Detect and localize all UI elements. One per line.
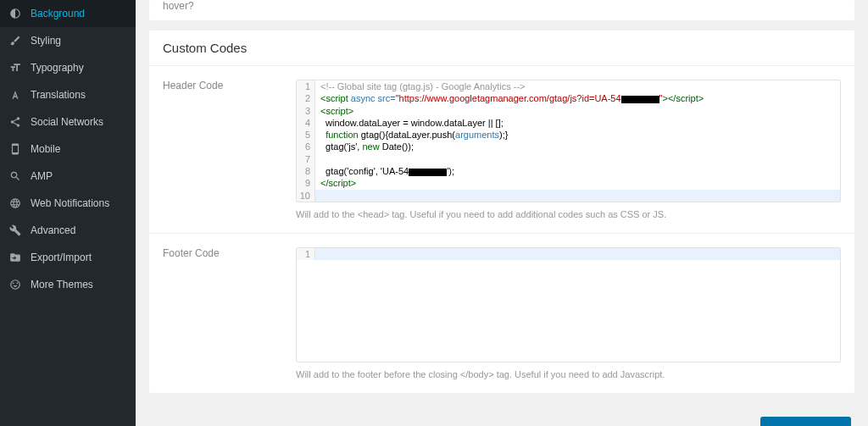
sidebar-item-label: Styling: [31, 35, 61, 47]
datalayer-line: window.dataLayer = window.dataLayer || […: [320, 118, 504, 128]
font-icon: [8, 61, 22, 75]
script-close: </script>: [320, 178, 356, 188]
hover-snippet-text: hover?: [163, 0, 194, 12]
func-kw: function: [326, 130, 359, 140]
sidebar-item-styling[interactable]: Styling: [0, 27, 136, 54]
letter-a-icon: [8, 88, 22, 102]
search-icon: [8, 169, 22, 183]
bottom-bar: ✔ Your Support Period is Active Save Cha…: [149, 410, 854, 426]
export-icon: [8, 251, 22, 264]
section-title: Custom Codes: [149, 30, 854, 66]
save-changes-button[interactable]: Save Changes: [760, 417, 851, 426]
footer-code-editor[interactable]: 1: [296, 247, 841, 362]
redacted-id-2: [409, 169, 447, 176]
globe-icon: [8, 196, 22, 210]
sidebar-item-label: AMP: [31, 170, 53, 182]
redacted-id: [621, 96, 659, 103]
sidebar: Background Styling Typography Translatio…: [0, 0, 136, 426]
wrench-icon: [8, 224, 22, 237]
footer-code-label: Footer Code: [163, 247, 286, 379]
script-open: <script>: [320, 106, 353, 116]
new-kw: new: [362, 141, 379, 152]
header-code-help: Will add to the <head> tag. Useful if yo…: [296, 209, 841, 219]
date-call: Date());: [380, 141, 414, 152]
sidebar-item-label: Typography: [31, 62, 84, 74]
brush-icon: [8, 34, 22, 47]
sidebar-item-export[interactable]: Export/Import: [0, 244, 136, 271]
sidebar-item-label: Translations: [31, 89, 86, 101]
code-comment: <!-- Global site tag (gtag.js) - Google …: [320, 81, 526, 91]
main-content: hover? Custom Codes Header Code 1<!-- Gl…: [136, 0, 868, 426]
sidebar-item-label: Mobile: [31, 143, 60, 155]
header-code-label: Header Code: [163, 80, 286, 219]
sidebar-item-background[interactable]: Background: [0, 0, 136, 27]
sidebar-item-typography[interactable]: Typography: [0, 54, 136, 81]
sidebar-item-label: Background: [31, 8, 85, 19]
header-code-editor[interactable]: 1<!-- Global site tag (gtag.js) - Google…: [296, 80, 841, 202]
smile-icon: [8, 278, 22, 291]
sidebar-item-advanced[interactable]: Advanced: [0, 217, 136, 244]
args-kw: arguments: [455, 130, 499, 140]
footer-code-help: Will add to the footer before the closin…: [296, 369, 841, 379]
gtag-def-end: );}: [499, 130, 508, 140]
header-code-field: Header Code 1<!-- Global site tag (gtag.…: [149, 66, 854, 234]
sidebar-item-label: Advanced: [31, 224, 75, 236]
gtag-def: gtag(){dataLayer.push(: [359, 130, 455, 140]
sidebar-item-themes[interactable]: More Themes: [0, 271, 136, 298]
hover-snippet-card: hover?: [149, 0, 854, 20]
config-end: ');: [447, 166, 454, 176]
sidebar-item-amp[interactable]: AMP: [0, 163, 136, 190]
sidebar-item-translations[interactable]: Translations: [0, 81, 136, 108]
sidebar-item-label: Social Networks: [31, 116, 103, 128]
script-src: https://www.googletagmanager.com/gtag/js…: [399, 93, 621, 103]
sidebar-item-social[interactable]: Social Networks: [0, 108, 136, 136]
gtag-js: gtag('js',: [320, 141, 362, 152]
sidebar-item-label: Web Notifications: [31, 197, 109, 209]
footer-code-field: Footer Code 1 Will add to the footer bef…: [149, 234, 854, 393]
circle-half-icon: [8, 7, 22, 20]
share-icon: [8, 115, 22, 129]
gtag-config: gtag('config', 'UA-54: [320, 166, 409, 176]
sidebar-item-label: Export/Import: [31, 252, 92, 263]
sidebar-item-mobile[interactable]: Mobile: [0, 136, 136, 163]
mobile-icon: [8, 142, 22, 156]
sidebar-item-label: More Themes: [31, 279, 93, 290]
custom-codes-section: Custom Codes Header Code 1<!-- Global si…: [149, 30, 854, 393]
sidebar-item-notifications[interactable]: Web Notifications: [0, 190, 136, 217]
